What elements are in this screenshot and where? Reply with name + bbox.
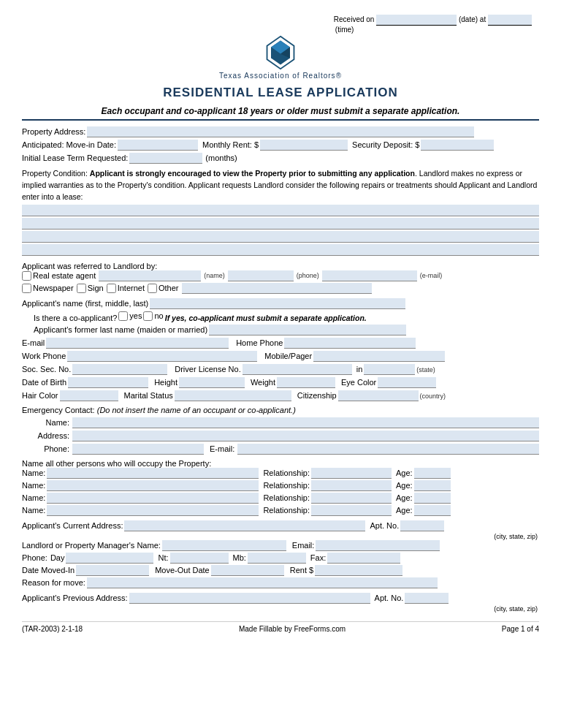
landlord-email-input[interactable] [316,540,440,551]
condition-line-3[interactable] [22,231,539,243]
in-label: in [356,365,363,374]
emergency-section: Emergency Contact: (Do not insert the na… [22,406,539,455]
phone-fax-input[interactable] [327,553,400,564]
driver-license-input[interactable] [243,364,352,375]
dl-state-input[interactable] [364,364,415,375]
former-name-input[interactable] [209,325,406,335]
condition-line-4[interactable] [22,244,539,256]
rent-input[interactable] [315,565,402,576]
occ-rel-2[interactable] [311,480,392,491]
emergency-address-label: Address: [22,431,69,440]
occ-name-label-2: Name: [22,481,45,490]
driver-license-label: Driver License No. [175,365,240,374]
prev-apt-input[interactable] [405,593,449,604]
soc-sec-row: Soc. Sec. No. Driver License No. in (sta… [22,364,539,375]
dob-input[interactable] [68,377,148,388]
email-input[interactable] [46,338,229,349]
home-phone-input[interactable] [284,338,416,349]
occ-name-2[interactable] [47,480,259,491]
mobile-input[interactable] [313,351,445,362]
landlord-input[interactable] [162,540,286,551]
sign-checkbox[interactable] [77,284,86,293]
reason-input[interactable] [87,577,438,588]
prev-addr-label: Applicant's Previous Address: [22,594,128,602]
condition-line-1[interactable] [22,205,539,216]
internet-checkbox[interactable] [107,284,116,293]
occ-rel-label-3: Relationship: [263,493,310,502]
emergency-address-input[interactable] [72,431,539,441]
current-addr-input[interactable] [124,520,365,531]
hair-color-input[interactable] [60,390,118,401]
current-addr-label: Applicant's Current Address: [22,521,123,530]
co-applicant-yes-checkbox[interactable] [118,311,128,321]
occ-name-3[interactable] [47,493,259,504]
weight-input[interactable] [277,377,335,388]
emergency-email-label: E-mail: [210,444,234,453]
occ-name-1[interactable] [47,468,259,479]
applicant-name-input[interactable] [150,298,405,309]
occ-age-1[interactable] [414,468,451,479]
emergency-address-row: Address: [22,431,539,441]
occ-rel-4[interactable] [311,505,392,516]
received-time-input[interactable] [488,15,532,26]
state-label: (state) [416,366,435,374]
condition-start: Property Condition: [22,169,90,178]
received-date-input[interactable] [376,15,457,26]
occ-rel-3[interactable] [311,493,392,504]
lease-term-input[interactable] [129,153,202,164]
occ-age-2[interactable] [414,480,451,491]
emergency-phone-input[interactable] [72,444,204,455]
lease-term-unit: (months) [205,153,237,162]
city-state-zip-label: (city, state, zip) [22,533,539,540]
landlord-row: Landlord or Property Manager's Name: Ema… [22,540,539,551]
work-phone-input[interactable] [67,351,257,362]
occ-age-label-4: Age: [396,506,413,515]
move-in-date-input[interactable] [118,140,198,151]
co-applicant-no-checkbox[interactable] [143,311,153,321]
current-apt-input[interactable] [400,520,444,531]
other-checkbox[interactable] [148,284,157,293]
occ-name-4[interactable] [47,505,259,516]
height-label: Height [154,378,178,387]
occ-age-label-3: Age: [396,493,413,502]
occ-rel-1[interactable] [311,468,392,479]
emergency-name-input[interactable] [72,417,539,428]
eye-color-input[interactable] [378,377,436,388]
referred-row-2: Newspaper Sign Internet Other [22,283,539,294]
citizenship-input[interactable] [338,390,419,401]
occ-age-3[interactable] [414,493,451,504]
move-out-input[interactable] [211,565,284,576]
occ-age-4[interactable] [414,505,451,516]
occ-row-4: Name: Relationship: Age: [22,505,539,516]
moved-in-input[interactable] [76,565,149,576]
current-addr-row: Applicant's Current Address: Apt. No. [22,520,539,531]
date-at-label: (date) at [459,15,486,23]
condition-line-2[interactable] [22,218,539,230]
real-estate-checkbox[interactable] [22,271,31,281]
email-label: (e-mail) [420,272,443,279]
prev-addr-input[interactable] [129,593,370,604]
occ-name-label-3: Name: [22,493,45,502]
former-name-label: Applicant's former last name (maiden or … [34,325,207,334]
emergency-email-input[interactable] [237,444,539,455]
property-address-input[interactable] [87,126,474,137]
ref-other-input[interactable] [182,283,372,294]
mb-label: Mb: [233,553,246,562]
phone-day-input[interactable] [66,553,153,564]
ref-agent-phone-input[interactable] [228,270,294,281]
internet-checkbox-item: Internet [107,284,145,293]
ref-agent-name-input[interactable] [99,270,201,281]
dob-row: Date of Birth Height Weight Eye Color [22,377,539,388]
newspaper-checkbox[interactable] [22,284,31,293]
form-code: (TAR-2003) 2-1-18 [22,625,83,633]
phone-mb-input[interactable] [248,553,306,564]
height-input[interactable] [179,377,245,388]
mobile-label: Mobile/Pager [264,352,312,360]
phone-nt-input[interactable] [170,553,229,564]
soc-sec-input[interactable] [72,364,167,375]
marital-status-input[interactable] [175,390,291,401]
security-deposit-input[interactable] [421,140,494,151]
monthly-rent-input[interactable] [260,140,348,151]
ref-agent-email-input[interactable] [322,270,417,281]
other-label: Other [159,284,179,292]
